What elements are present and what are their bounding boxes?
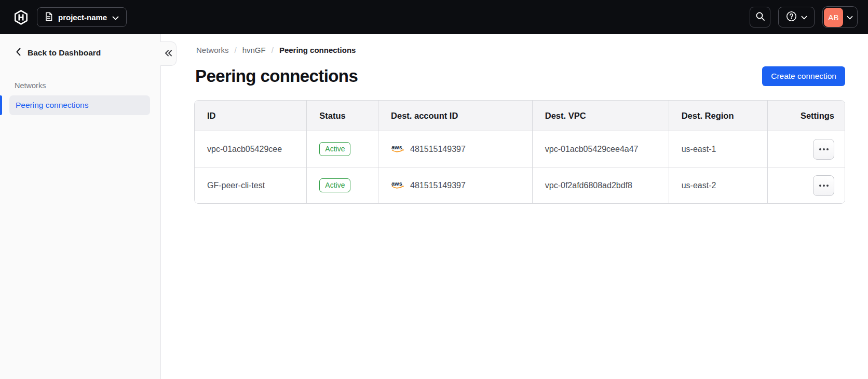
sidebar-nav-row: Peering connections [0,95,160,115]
account-id-value: 481515149397 [410,145,466,154]
double-chevron-left-icon [165,49,172,59]
app-shell: Back to Dashboard Networks Peering conne… [0,34,868,379]
back-to-dashboard-label: Back to Dashboard [28,48,101,58]
create-connection-button[interactable]: Create connection [762,66,845,86]
chevron-left-icon [16,48,21,58]
cell-dest-vpc: vpc-0f2afd6808ad2bdf8 [532,167,669,203]
table-row: GF-peer-cli-test Active aws [195,167,845,203]
breadcrumb-networks[interactable]: Networks [196,46,229,54]
hashicorp-logo-icon[interactable] [14,10,28,25]
cell-dest-region: us-east-1 [669,131,767,167]
cell-id: vpc-01acb05429cee [195,131,306,167]
cell-settings [767,167,845,203]
sidebar-item-label: Peering connections [16,101,88,110]
row-settings-menu-button[interactable] [813,139,834,160]
chevron-down-icon [847,13,853,21]
sidebar-item-peering-connections[interactable]: Peering connections [9,95,150,115]
help-icon [786,11,797,23]
project-switcher-label: project-name [58,13,107,22]
ellipsis-icon [819,185,821,187]
top-nav-bar: project-name [0,0,868,34]
column-header-settings: Settings [767,101,845,131]
chevron-down-icon [801,13,807,21]
sidebar-section-networks: Networks [15,81,160,90]
status-badge: Active [319,178,350,192]
cell-settings [767,131,845,167]
avatar: AB [824,8,843,27]
breadcrumb-separator: / [235,46,237,54]
document-icon [45,12,53,23]
peering-connections-table: ID Status Dest. account ID Dest. VPC Des… [194,100,845,204]
column-header-dest-vpc: Dest. VPC [532,101,669,131]
account-id-value: 481515149397 [410,181,466,190]
ellipsis-icon [819,148,821,150]
chevron-down-icon [112,13,119,22]
column-header-dest-region: Dest. Region [669,101,767,131]
breadcrumb: Networks / hvnGF / Peering connections [194,46,845,54]
search-icon [755,11,765,23]
page-header: Peering connections Create connection [194,66,845,86]
sidebar-collapse-button[interactable] [160,41,177,66]
breadcrumb-separator: / [272,46,274,54]
cell-dest-account-id: aws 481515149397 [378,167,532,203]
column-header-status: Status [306,101,378,131]
row-settings-menu-button[interactable] [813,175,834,196]
back-to-dashboard-link[interactable]: Back to Dashboard [16,48,101,58]
cell-dest-vpc: vpc-01acb05429cee4a47 [532,131,669,167]
cell-id: GF-peer-cli-test [195,167,306,203]
column-header-id: ID [195,101,306,131]
table-row: vpc-01acb05429cee Active aws [195,131,845,167]
main-content: Networks / hvnGF / Peering connections P… [161,34,868,379]
svg-text:aws: aws [391,180,402,186]
svg-text:aws: aws [391,144,402,150]
aws-icon: aws [391,180,405,191]
page-title: Peering connections [194,66,358,86]
column-header-dest-account-id: Dest. account ID [378,101,532,131]
breadcrumb-current: Peering connections [279,46,356,54]
cell-status: Active [306,131,378,167]
sidebar: Back to Dashboard Networks Peering conne… [0,34,161,379]
account-menu-button[interactable]: AB [822,6,858,28]
table-header-row: ID Status Dest. account ID Dest. VPC Des… [195,101,845,131]
cell-dest-account-id: aws 481515149397 [378,131,532,167]
status-badge: Active [319,142,350,156]
help-menu-button[interactable] [778,7,815,27]
search-button[interactable] [750,7,770,27]
project-switcher[interactable]: project-name [37,7,127,27]
cell-status: Active [306,167,378,203]
aws-icon: aws [391,144,405,155]
active-indicator [0,95,2,115]
cell-dest-region: us-east-2 [669,167,767,203]
breadcrumb-hvn[interactable]: hvnGF [242,46,266,54]
